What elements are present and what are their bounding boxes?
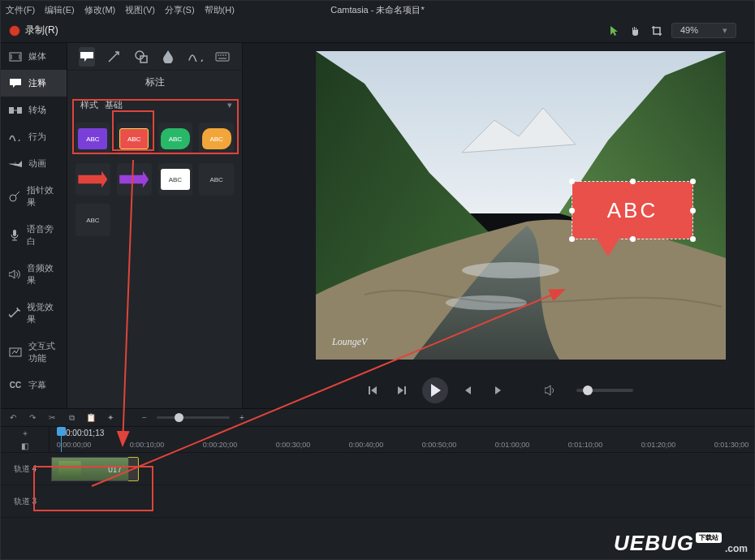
canvas-zoom-dropdown[interactable]: 49%▾ bbox=[671, 23, 736, 38]
ruler-tick: 0:01:30;00 bbox=[714, 441, 749, 449]
copy-icon[interactable]: ⧉ bbox=[66, 412, 77, 424]
ruler-tick: 0:01:10;00 bbox=[568, 441, 603, 449]
cc-icon: CC bbox=[9, 380, 22, 391]
callout-thumb-1[interactable]: ABC bbox=[76, 123, 110, 155]
rail-behaviors[interactable]: 行为 bbox=[1, 123, 67, 150]
rail-cursor-effects[interactable]: 指针效果 bbox=[1, 177, 67, 216]
menu-edit[interactable]: 编辑(E) bbox=[45, 4, 75, 16]
paste-icon[interactable]: 📋 bbox=[85, 412, 97, 424]
app-root: 文件(F) 编辑(E) 修改(M) 视图(V) 分享(S) 帮助(H) Camt… bbox=[0, 0, 755, 560]
menubar: 文件(F) 编辑(E) 修改(M) 视图(V) 分享(S) 帮助(H) Camt… bbox=[1, 1, 754, 19]
wand-icon bbox=[9, 308, 20, 319]
style-dropdown[interactable]: 样式 基础 ▾ bbox=[67, 94, 242, 118]
callout-thumb-4[interactable]: ABC bbox=[199, 123, 234, 155]
split-icon[interactable]: ✦ bbox=[105, 412, 116, 424]
next-marker-button[interactable] bbox=[489, 381, 507, 399]
zoom-value: 49% bbox=[680, 25, 698, 35]
transition-icon bbox=[9, 105, 22, 116]
menu-view[interactable]: 视图(V) bbox=[125, 4, 155, 16]
main-area: 媒体 注释 转场 行为 动画 指针效果 语音旁白 音频效果 视觉效果 交互式功能… bbox=[1, 43, 754, 408]
play-button[interactable] bbox=[422, 377, 448, 403]
timeline-ruler[interactable]: ＋ ◧ 0:00:01;13 0:00:00;000:00:10;000:00:… bbox=[1, 427, 754, 453]
track-label-3[interactable]: 轨道 3 bbox=[1, 485, 50, 518]
menu-file[interactable]: 文件(F) bbox=[6, 4, 35, 16]
preview-canvas[interactable]: LoungeV ABC bbox=[316, 51, 726, 360]
volume-slider[interactable] bbox=[576, 389, 633, 392]
rail-media[interactable]: 媒体 bbox=[1, 43, 67, 70]
media-icon bbox=[9, 51, 22, 62]
prev-marker-button[interactable] bbox=[459, 381, 477, 399]
side-rail: 媒体 注释 转场 行为 动画 指针效果 语音旁白 音频效果 视觉效果 交互式功能… bbox=[1, 43, 67, 408]
rail-captions[interactable]: CC字幕 bbox=[1, 372, 67, 398]
svg-point-10 bbox=[462, 262, 559, 278]
undo-icon[interactable]: ↶ bbox=[7, 412, 19, 424]
rail-annotations[interactable]: 注释 bbox=[1, 70, 67, 97]
callout-on-canvas[interactable]: ABC bbox=[572, 181, 693, 239]
menu-help[interactable]: 帮助(H) bbox=[205, 4, 235, 16]
svg-rect-4 bbox=[13, 230, 16, 236]
clip-video[interactable]: 017 bbox=[51, 457, 129, 481]
clip-video-thumb bbox=[58, 461, 81, 477]
tab-keystroke-icon[interactable] bbox=[215, 47, 231, 67]
zoom-out-icon[interactable]: − bbox=[139, 412, 150, 424]
playback-bar bbox=[243, 373, 754, 408]
rail-interactivity[interactable]: 交互式功能 bbox=[1, 333, 67, 372]
record-button[interactable]: 录制(R) bbox=[1, 24, 67, 37]
tab-arrows-icon[interactable] bbox=[106, 47, 123, 67]
annotation-panel: 标注 样式 基础 ▾ ABC ABC ABC ABC ABC ABC ABC bbox=[67, 43, 243, 408]
svg-point-6 bbox=[136, 51, 144, 59]
callout-thumb-9[interactable]: ABC bbox=[76, 204, 110, 236]
svg-rect-8 bbox=[216, 53, 229, 61]
menu-modify[interactable]: 修改(M) bbox=[84, 4, 116, 16]
track-3[interactable]: 017 bbox=[50, 485, 754, 518]
redo-icon[interactable]: ↷ bbox=[27, 412, 38, 424]
stage: LoungeV ABC bbox=[243, 43, 754, 408]
timeline-zoom-slider[interactable] bbox=[157, 416, 230, 419]
toolbar: 录制(R) 49%▾ bbox=[1, 19, 754, 43]
callout-thumb-2[interactable]: ABC bbox=[117, 123, 152, 155]
callout-thumb-3[interactable]: ABC bbox=[158, 123, 193, 155]
ruler-tick: 0:01:00;00 bbox=[495, 441, 530, 449]
prev-frame-button[interactable] bbox=[364, 381, 382, 399]
tab-shapes-icon[interactable] bbox=[133, 47, 149, 67]
rail-voice[interactable]: 语音旁白 bbox=[1, 216, 67, 255]
tab-blur-icon[interactable] bbox=[161, 47, 177, 67]
interactivity-icon bbox=[9, 347, 22, 358]
track-4[interactable]: 标注 bbox=[50, 453, 754, 485]
rail-animations[interactable]: 动画 bbox=[1, 150, 67, 177]
crop-tool-icon[interactable] bbox=[650, 24, 663, 37]
ruler-tick: 0:00:50;00 bbox=[422, 441, 457, 449]
callout-thumb-7[interactable]: ABC bbox=[158, 163, 193, 196]
ruler-tick: 0:00:00;00 bbox=[57, 441, 92, 449]
next-frame-button[interactable] bbox=[393, 381, 411, 399]
volume-icon[interactable] bbox=[542, 381, 560, 399]
track-label-4[interactable]: 轨道 4 bbox=[1, 453, 50, 485]
annotation-icon bbox=[9, 78, 22, 89]
callout-thumb-8[interactable]: ABC bbox=[199, 163, 234, 196]
cut-icon[interactable]: ✂ bbox=[46, 412, 58, 424]
pan-tool-icon[interactable] bbox=[629, 24, 642, 37]
select-tool-icon[interactable] bbox=[608, 24, 621, 37]
zoom-in-icon[interactable]: + bbox=[236, 412, 248, 424]
cursor-icon bbox=[9, 191, 20, 202]
current-timecode: 0:00:01;13 bbox=[66, 429, 104, 437]
toggle-markers-icon[interactable]: ◧ bbox=[19, 441, 31, 452]
add-marker-icon[interactable]: ＋ bbox=[19, 428, 31, 439]
chevron-down-icon: ▾ bbox=[227, 100, 232, 110]
rail-transitions[interactable]: 转场 bbox=[1, 97, 67, 123]
animation-icon bbox=[9, 158, 22, 170]
tab-sketch-icon[interactable] bbox=[188, 47, 204, 67]
callout-thumb-5[interactable] bbox=[76, 163, 110, 196]
svg-rect-1 bbox=[9, 107, 14, 114]
svg-point-3 bbox=[10, 195, 16, 201]
ruler-tick: 0:01:20;00 bbox=[641, 441, 676, 449]
menu-share[interactable]: 分享(S) bbox=[165, 4, 195, 16]
ruler-tick: 0:00:40;00 bbox=[349, 441, 384, 449]
microphone-icon bbox=[9, 230, 20, 241]
rail-audio-effects[interactable]: 音频效果 bbox=[1, 255, 67, 294]
ruler-tick: 0:00:20;00 bbox=[203, 441, 238, 449]
callout-thumb-6[interactable] bbox=[117, 163, 152, 196]
svg-rect-2 bbox=[17, 107, 22, 114]
tab-callouts-icon[interactable] bbox=[79, 47, 95, 67]
rail-visual-effects[interactable]: 视觉效果 bbox=[1, 294, 67, 333]
